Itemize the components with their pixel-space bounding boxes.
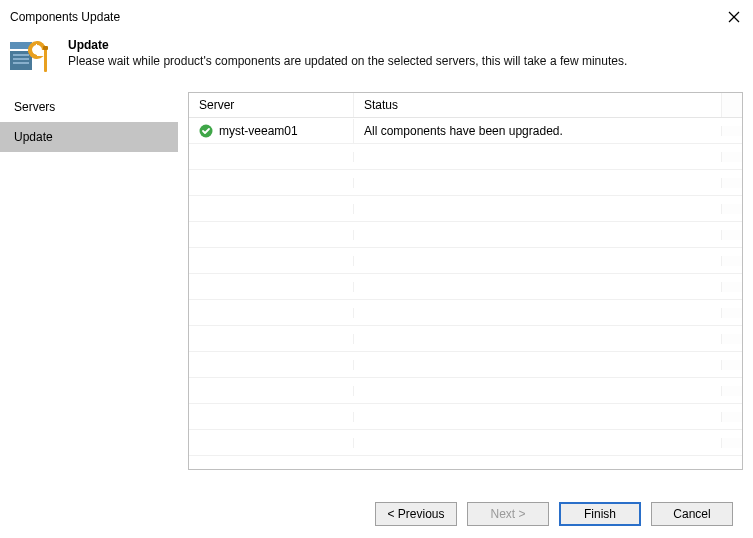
dialog-footer: < Previous Next > Finish Cancel [0, 490, 753, 538]
table-row-empty [189, 144, 742, 170]
svg-rect-10 [43, 46, 48, 50]
table-row-empty [189, 430, 742, 456]
status-text: All components have been upgraded. [354, 119, 721, 143]
next-button: Next > [467, 502, 549, 526]
page-subtitle: Please wait while product's components a… [68, 54, 743, 68]
table-row-empty [189, 352, 742, 378]
table-row-empty [189, 196, 742, 222]
table-row[interactable]: myst-veeam01All components have been upg… [189, 118, 742, 144]
table-row-empty [189, 300, 742, 326]
cancel-button[interactable]: Cancel [651, 502, 733, 526]
server-name: myst-veeam01 [219, 124, 298, 138]
sidebar-item-update[interactable]: Update [0, 122, 178, 152]
finish-button[interactable]: Finish [559, 502, 641, 526]
svg-rect-9 [44, 48, 47, 72]
table-row-empty [189, 170, 742, 196]
table-row-empty [189, 274, 742, 300]
dialog-header: Update Please wait while product's compo… [0, 30, 753, 92]
table-row-empty [189, 326, 742, 352]
close-button[interactable] [725, 8, 743, 26]
table-row-empty [189, 404, 742, 430]
close-icon [728, 11, 740, 23]
sidebar-item-servers[interactable]: Servers [0, 92, 178, 122]
table-row-empty [189, 248, 742, 274]
table-row-empty [189, 378, 742, 404]
column-header-server[interactable]: Server [189, 93, 354, 117]
wizard-sidebar: Servers Update [0, 92, 178, 470]
update-table: Server Status myst-veeam01All components… [188, 92, 743, 470]
column-header-spacer [721, 93, 742, 117]
table-row-empty [189, 222, 742, 248]
success-icon [199, 124, 213, 138]
window-title: Components Update [10, 10, 120, 24]
svg-rect-3 [10, 51, 32, 70]
update-icon [10, 36, 52, 78]
column-header-status[interactable]: Status [354, 93, 721, 117]
table-header: Server Status [189, 93, 742, 118]
page-title: Update [68, 38, 743, 52]
previous-button[interactable]: < Previous [375, 502, 457, 526]
